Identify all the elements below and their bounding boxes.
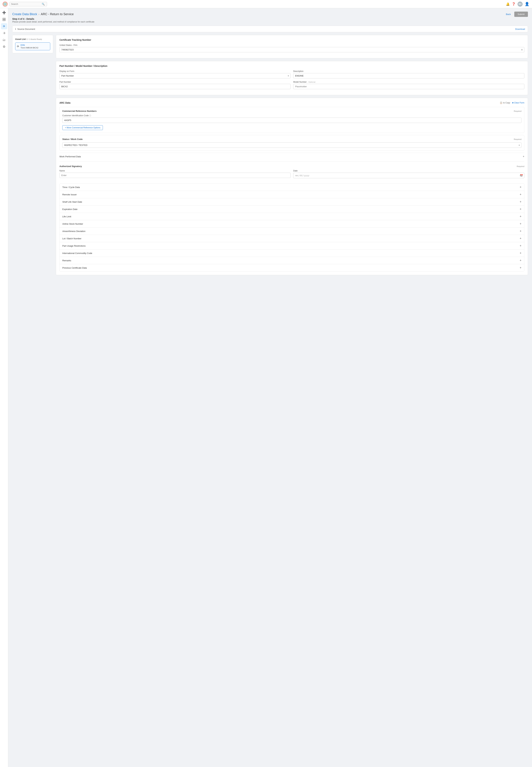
authorized-signatory-required: Required xyxy=(517,165,524,167)
content-layout: Asset List0 / 1 Assets Ready ✈ ESN Trent… xyxy=(12,35,528,275)
certificate-tracking-title: Certificate Tracking Number xyxy=(59,38,524,41)
life-limit-expand-icon: + xyxy=(520,215,521,218)
asset-item[interactable]: ✈ ESN Trent XWB-84 BICX2 xyxy=(15,42,50,50)
previous-certificate-data-expand-icon: + xyxy=(520,266,521,269)
sidebar-item-settings[interactable]: ⚙ xyxy=(1,44,7,50)
description-input[interactable] xyxy=(293,73,524,78)
work-performed-row[interactable]: Work Performed Data + xyxy=(59,153,524,160)
work-performed-expand-icon: + xyxy=(523,155,524,158)
life-limit-row[interactable]: Life Limit + xyxy=(60,213,524,220)
sidebar-item-add[interactable]: ➕ xyxy=(1,10,7,16)
expiration-date-row[interactable]: Expiration Date + xyxy=(60,206,524,213)
notification-icon[interactable]: 🔔 xyxy=(506,2,510,6)
display-on-form-group: Display on Form Part Number Model Number… xyxy=(59,70,291,78)
commercial-ref-section: Commercial Reference Numbers Required Cu… xyxy=(59,107,524,133)
display-on-form-select[interactable]: Part Number Model Number Description xyxy=(59,73,291,78)
commercial-ref-required: Required xyxy=(514,110,521,112)
left-sidebar: ➕ ✈ 🗂 ⚙ xyxy=(0,8,8,767)
lot-batch-number-expand-icon: + xyxy=(520,237,521,240)
commercial-ref-header: Commercial Reference Numbers Required xyxy=(62,110,521,112)
sidebar-item-airplane[interactable]: ✈ xyxy=(1,23,7,29)
customer-code-input[interactable] xyxy=(62,118,521,123)
time-cycle-label: Time / Cycle Data xyxy=(62,186,80,188)
previous-certificate-data-label: Previous Certificate Data xyxy=(62,267,87,269)
search-icon: 🔍 xyxy=(42,3,45,5)
submit-button[interactable]: Submit xyxy=(514,12,528,17)
search-input[interactable] xyxy=(11,3,42,5)
description-group: Description xyxy=(293,70,524,78)
app-logo[interactable] xyxy=(3,2,7,6)
step-description: Please provide asset detail, work perfor… xyxy=(12,21,528,23)
help-icon[interactable]: ❓ xyxy=(512,2,515,6)
customer-code-info-icon[interactable]: ⓘ xyxy=(89,114,91,116)
previous-certificate-data-row[interactable]: Previous Certificate Data + xyxy=(60,264,524,271)
asset-list-title: Asset List0 / 1 Assets Ready xyxy=(15,38,50,40)
time-cycle-data-row[interactable]: Time / Cycle Data + xyxy=(60,183,524,191)
signatory-date-input[interactable] xyxy=(293,173,524,178)
part-number-label: Part Number xyxy=(59,81,291,83)
breadcrumb: Create Data Block › ARC - Return to Serv… xyxy=(12,12,74,16)
international-commodity-code-row[interactable]: International Commodity Code + xyxy=(60,250,524,257)
model-number-input[interactable] xyxy=(293,84,524,89)
remote-issuer-row[interactable]: Remote Issuer + xyxy=(60,191,524,198)
breadcrumb-link[interactable]: Create Data Block xyxy=(12,12,37,16)
signatory-date-label: Date xyxy=(293,169,524,172)
download-link[interactable]: Download xyxy=(515,28,525,30)
sidebar-item-return[interactable] xyxy=(1,30,7,36)
airline-stock-number-row[interactable]: Airline Stock Number + xyxy=(60,220,524,228)
life-limit-label: Life Limit xyxy=(62,215,71,218)
remarks-expand-icon: + xyxy=(520,259,521,262)
asset-list-panel: Asset List0 / 1 Assets Ready ✈ ESN Trent… xyxy=(12,35,53,53)
expiration-date-label: Expiration Date xyxy=(62,208,77,211)
remote-issuer-label: Remote Issuer xyxy=(62,193,77,196)
certificate-tracking-card: Certificate Tracking Number United State… xyxy=(56,35,528,58)
top-navigation: 🔍 🔔 ❓ BA 👤 xyxy=(0,0,532,8)
description-label: Description xyxy=(293,70,524,72)
status-work-code-select[interactable]: INSPECTED / TESTED OVERHAULED REPAIRED N… xyxy=(62,142,521,148)
part-number-row2: Part Number Model Number - Optional xyxy=(59,81,524,91)
breadcrumb-current: ARC - Return to Service xyxy=(41,12,74,16)
international-commodity-code-label: International Commodity Code xyxy=(62,252,92,255)
airline-stock-number-expand-icon: + xyxy=(520,222,521,225)
arc-card-header: ARC Data 📋 to Copy ■ Clear Form xyxy=(59,101,524,104)
svg-rect-6 xyxy=(4,20,5,21)
sidebar-item-grid[interactable] xyxy=(1,16,7,22)
clear-form-button[interactable]: ■ Clear Form xyxy=(512,101,524,104)
model-number-label: Model Number - Optional xyxy=(293,81,524,83)
clear-tracking-button[interactable]: ✕ xyxy=(521,48,523,51)
part-number-group: Part Number xyxy=(59,81,291,89)
shelf-life-start-date-label: Shelf Life Start Date xyxy=(62,201,82,203)
part-usage-restrictions-expand-icon: + xyxy=(520,244,521,247)
shelf-life-start-date-row[interactable]: Shelf Life Start Date + xyxy=(60,198,524,206)
customer-code-label: Customer Identification Code ⓘ xyxy=(62,114,521,117)
asset-list-subtitle: 0 / 1 Assets Ready xyxy=(26,38,42,40)
signatory-name-label: Name xyxy=(59,169,291,172)
part-usage-restrictions-row[interactable]: Part Usage Restrictions + xyxy=(60,242,524,250)
more-commercial-options-button[interactable]: + More Commercial Reference Options xyxy=(62,125,103,130)
tracking-number-input[interactable] xyxy=(59,47,524,52)
shelf-life-start-date-expand-icon: + xyxy=(520,200,521,203)
account-icon[interactable]: 👤 xyxy=(525,2,529,6)
copy-to-button[interactable]: 📋 to Copy xyxy=(500,101,510,104)
source-document-bar: ℹ Source Document Download xyxy=(12,26,528,32)
authorized-signatory-section: Authorized Signatory Required Name Date xyxy=(59,163,524,181)
sidebar-item-folder[interactable]: 🗂 xyxy=(1,37,7,43)
search-box[interactable]: 🔍 xyxy=(10,2,47,6)
copy-icon: 📋 xyxy=(500,101,502,104)
remote-issuer-expand-icon: + xyxy=(520,193,521,196)
remarks-row[interactable]: Remarks + xyxy=(60,257,524,264)
back-button[interactable]: Back xyxy=(504,12,513,17)
part-number-input[interactable] xyxy=(59,84,291,89)
commercial-ref-title: Commercial Reference Numbers xyxy=(62,110,97,112)
airworthiness-deviation-row[interactable]: Airworthiness Deviation + xyxy=(60,228,524,235)
lot-batch-number-row[interactable]: Lot / Batch Number + xyxy=(60,235,524,242)
tracking-number-group: United States - FAA ✕ xyxy=(59,44,524,52)
signatory-name-input[interactable] xyxy=(59,173,291,178)
work-performed-label: Work Performed Data xyxy=(59,155,81,158)
engine-icon: ✈ xyxy=(17,44,19,48)
breadcrumb-separator: › xyxy=(38,13,39,16)
nav-right: 🔔 ❓ BA 👤 xyxy=(506,2,529,7)
status-work-code-section: Status / Work Code Required INSPECTED / … xyxy=(59,135,524,151)
avatar: BA xyxy=(518,2,523,7)
part-number-row1: Display on Form Part Number Model Number… xyxy=(59,70,524,81)
